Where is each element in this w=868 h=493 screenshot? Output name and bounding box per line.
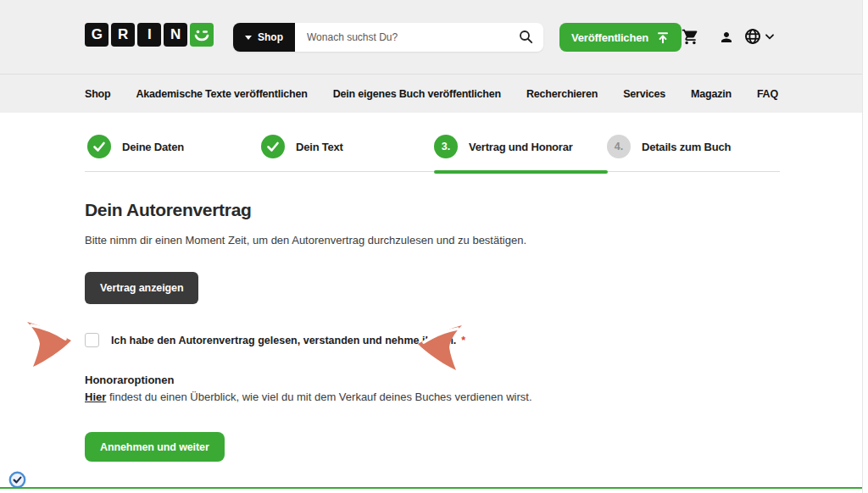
accept-and-continue-button[interactable]: Annehmen und weiter [85,432,225,462]
nav-item-eigenes-buch[interactable]: Dein eigenes Buch veröffentlichen [333,88,501,100]
annotation-arrow-left-icon [22,319,73,373]
step-check-icon [261,135,285,158]
account-icon[interactable] [719,30,734,45]
page: G R I N Shop [0,0,868,493]
progress-stepper: Deine Daten Dein Text 3. Vertrag und Hon… [85,127,780,172]
search-bar: Shop [233,23,543,52]
publish-button-label: Veröffentlichen [571,31,648,44]
nav-item-magazin[interactable]: Magazin [691,88,732,100]
bottom-green-divider [0,487,868,489]
annotation-arrow-right-icon [416,322,467,376]
step-number: 4. [607,135,631,158]
publish-button[interactable]: Veröffentlichen [559,23,682,52]
nav-item-akademische-texte[interactable]: Akademische Texte veröffentlichen [136,88,307,100]
shop-dropdown-button[interactable]: Shop [233,23,295,52]
step-vertrag-und-honorar[interactable]: 3. Vertrag und Honorar [434,135,573,158]
honorar-text: Hier findest du einen Überblick, wie vie… [85,391,532,403]
nav-item-faq[interactable]: FAQ [757,88,778,100]
main-nav: Shop Akademische Texte veröffentlichen D… [85,75,778,113]
caret-down-icon [245,36,252,40]
language-globe-icon[interactable] [744,28,761,45]
step-deine-daten[interactable]: Deine Daten [87,135,184,158]
grin-logo[interactable]: G R I N [85,23,214,47]
honorar-text-rest: findest du einen Überblick, wie viel du … [106,391,531,403]
nav-item-shop[interactable]: Shop [85,88,110,100]
logo-letter: N [164,23,187,47]
chevron-down-icon[interactable] [765,34,774,40]
step-label: Dein Text [296,141,343,153]
step-number: 3. [434,135,458,158]
step-label: Deine Daten [122,141,184,153]
grin-smiley-icon [190,23,214,47]
header: G R I N Shop [0,0,868,113]
search-input[interactable] [295,23,543,52]
accept-contract-label: Ich habe den Autorenvertrag gelesen, ver… [111,335,456,346]
stepper-track [85,171,780,172]
accept-contract-checkbox[interactable] [85,333,99,347]
shop-dropdown-label: Shop [258,31,283,43]
step-check-icon [87,135,111,158]
logo-letter: G [85,23,108,47]
cart-icon[interactable] [682,28,699,46]
step-details-zum-buch[interactable]: 4. Details zum Buch [607,135,731,158]
header-top-row: G R I N Shop [0,0,868,75]
honorar-link[interactable]: Hier [85,391,106,403]
scrollbar-track[interactable] [862,0,868,493]
stepper-active-indicator [434,170,608,174]
verified-check-badge-icon [8,470,27,493]
view-contract-button[interactable]: Vertrag anzeigen [85,272,198,304]
step-dein-text[interactable]: Dein Text [261,135,343,158]
accept-contract-row: Ich habe den Autorenvertrag gelesen, ver… [85,333,465,347]
intro-text: Bitte nimm dir einen Moment Zeit, um den… [85,234,526,246]
search-field [295,23,543,52]
required-asterisk: * [461,335,465,346]
honorar-heading: Honoraroptionen [85,374,174,386]
nav-item-services[interactable]: Services [623,88,665,100]
step-label: Details zum Buch [642,141,731,153]
page-title: Dein Autorenvertrag [85,200,252,220]
logo-letter: R [111,23,135,47]
search-icon[interactable] [519,30,533,47]
step-label: Vertrag und Honorar [469,141,573,153]
logo-letter: I [137,23,161,47]
upload-icon [656,31,670,44]
nav-item-recherchieren[interactable]: Recherchieren [526,88,598,100]
